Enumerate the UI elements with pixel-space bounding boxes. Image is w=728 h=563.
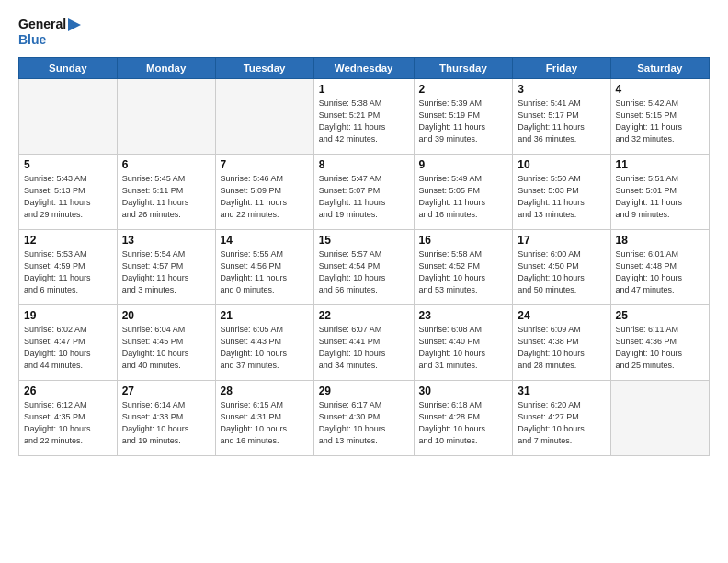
day-number: 2 — [419, 83, 508, 96]
day-number: 4 — [616, 83, 705, 96]
calendar-cell — [19, 78, 118, 154]
day-info: Sunrise: 6:07 AMSunset: 4:41 PMDaylight:… — [319, 324, 409, 372]
header: General Blue — [18, 17, 710, 48]
day-number: 18 — [616, 234, 705, 247]
day-info: Sunrise: 5:53 AMSunset: 4:59 PMDaylight:… — [24, 248, 112, 296]
calendar-cell: 15Sunrise: 5:57 AMSunset: 4:54 PMDayligh… — [313, 229, 414, 304]
day-info: Sunrise: 6:17 AMSunset: 4:30 PMDaylight:… — [319, 399, 409, 447]
day-info: Sunrise: 5:43 AMSunset: 5:13 PMDaylight:… — [24, 173, 112, 221]
day-info: Sunrise: 6:11 AMSunset: 4:36 PMDaylight:… — [616, 324, 705, 372]
day-number: 19 — [24, 309, 112, 322]
weekday-header-tuesday: Tuesday — [215, 57, 313, 78]
calendar-cell: 23Sunrise: 6:08 AMSunset: 4:40 PMDayligh… — [414, 304, 513, 380]
calendar-cell: 5Sunrise: 5:43 AMSunset: 5:13 PMDaylight… — [19, 154, 118, 229]
day-number: 26 — [24, 385, 112, 397]
calendar-cell: 8Sunrise: 5:47 AMSunset: 5:07 PMDaylight… — [313, 154, 414, 229]
weekday-header-saturday: Saturday — [610, 57, 710, 78]
calendar-cell: 30Sunrise: 6:18 AMSunset: 4:28 PMDayligh… — [414, 380, 513, 455]
day-info: Sunrise: 5:51 AMSunset: 5:01 PMDaylight:… — [616, 173, 705, 221]
weekday-header-sunday: Sunday — [19, 57, 118, 78]
week-row-3: 19Sunrise: 6:02 AMSunset: 4:47 PMDayligh… — [19, 304, 710, 380]
logo: General Blue — [18, 17, 81, 48]
day-info: Sunrise: 6:08 AMSunset: 4:40 PMDaylight:… — [419, 324, 508, 372]
day-number: 3 — [518, 83, 605, 96]
logo-arrow-icon — [68, 18, 81, 31]
day-number: 9 — [419, 158, 508, 171]
day-info: Sunrise: 5:47 AMSunset: 5:07 PMDaylight:… — [319, 173, 409, 221]
calendar-cell: 14Sunrise: 5:55 AMSunset: 4:56 PMDayligh… — [215, 229, 313, 304]
calendar-cell — [610, 380, 710, 455]
day-info: Sunrise: 5:42 AMSunset: 5:15 PMDaylight:… — [616, 98, 705, 145]
day-info: Sunrise: 6:12 AMSunset: 4:35 PMDaylight:… — [24, 399, 112, 447]
weekday-header-thursday: Thursday — [414, 57, 513, 78]
calendar-cell: 16Sunrise: 5:58 AMSunset: 4:52 PMDayligh… — [414, 229, 513, 304]
svg-marker-0 — [68, 18, 81, 31]
page: General Blue SundayMondayTuesdayWednesda… — [0, 0, 728, 563]
calendar-cell: 3Sunrise: 5:41 AMSunset: 5:17 PMDaylight… — [513, 78, 610, 154]
day-number: 31 — [518, 385, 605, 397]
day-info: Sunrise: 5:58 AMSunset: 4:52 PMDaylight:… — [419, 248, 508, 296]
day-number: 7 — [221, 158, 309, 171]
day-info: Sunrise: 5:57 AMSunset: 4:54 PMDaylight:… — [319, 248, 409, 296]
calendar-cell: 31Sunrise: 6:20 AMSunset: 4:27 PMDayligh… — [513, 380, 610, 455]
calendar-cell — [215, 78, 313, 154]
day-number: 8 — [319, 158, 409, 171]
day-info: Sunrise: 5:41 AMSunset: 5:17 PMDaylight:… — [518, 98, 605, 145]
calendar-cell: 1Sunrise: 5:38 AMSunset: 5:21 PMDaylight… — [313, 78, 414, 154]
day-number: 16 — [419, 234, 508, 247]
calendar-cell: 26Sunrise: 6:12 AMSunset: 4:35 PMDayligh… — [19, 380, 118, 455]
calendar-cell: 7Sunrise: 5:46 AMSunset: 5:09 PMDaylight… — [215, 154, 313, 229]
day-info: Sunrise: 5:45 AMSunset: 5:11 PMDaylight:… — [122, 173, 210, 221]
calendar-cell: 18Sunrise: 6:01 AMSunset: 4:48 PMDayligh… — [610, 229, 710, 304]
day-info: Sunrise: 6:02 AMSunset: 4:47 PMDaylight:… — [24, 324, 112, 372]
calendar-cell: 4Sunrise: 5:42 AMSunset: 5:15 PMDaylight… — [610, 78, 710, 154]
calendar-cell: 9Sunrise: 5:49 AMSunset: 5:05 PMDaylight… — [414, 154, 513, 229]
week-row-1: 5Sunrise: 5:43 AMSunset: 5:13 PMDaylight… — [19, 154, 710, 229]
day-number: 1 — [319, 83, 409, 96]
day-info: Sunrise: 6:01 AMSunset: 4:48 PMDaylight:… — [616, 248, 705, 296]
day-number: 14 — [221, 234, 309, 247]
calendar-cell: 19Sunrise: 6:02 AMSunset: 4:47 PMDayligh… — [19, 304, 118, 380]
day-number: 23 — [419, 309, 508, 322]
day-number: 25 — [616, 309, 705, 322]
calendar-cell: 6Sunrise: 5:45 AMSunset: 5:11 PMDaylight… — [117, 154, 215, 229]
day-number: 10 — [518, 158, 605, 171]
day-info: Sunrise: 6:20 AMSunset: 4:27 PMDaylight:… — [518, 399, 605, 447]
day-number: 5 — [24, 158, 112, 171]
day-number: 22 — [319, 309, 409, 322]
calendar-cell: 29Sunrise: 6:17 AMSunset: 4:30 PMDayligh… — [313, 380, 414, 455]
day-number: 15 — [319, 234, 409, 247]
day-info: Sunrise: 6:15 AMSunset: 4:31 PMDaylight:… — [221, 399, 309, 447]
weekday-header-row: SundayMondayTuesdayWednesdayThursdayFrid… — [19, 57, 710, 78]
calendar: SundayMondayTuesdayWednesdayThursdayFrid… — [18, 57, 710, 456]
week-row-0: 1Sunrise: 5:38 AMSunset: 5:21 PMDaylight… — [19, 78, 710, 154]
day-info: Sunrise: 5:39 AMSunset: 5:19 PMDaylight:… — [419, 98, 508, 145]
day-number: 24 — [518, 309, 605, 322]
day-number: 21 — [221, 309, 309, 322]
week-row-2: 12Sunrise: 5:53 AMSunset: 4:59 PMDayligh… — [19, 229, 710, 304]
calendar-cell: 25Sunrise: 6:11 AMSunset: 4:36 PMDayligh… — [610, 304, 710, 380]
day-number: 6 — [122, 158, 210, 171]
day-info: Sunrise: 6:14 AMSunset: 4:33 PMDaylight:… — [122, 399, 210, 447]
day-info: Sunrise: 5:50 AMSunset: 5:03 PMDaylight:… — [518, 173, 605, 221]
weekday-header-wednesday: Wednesday — [313, 57, 414, 78]
day-info: Sunrise: 6:00 AMSunset: 4:50 PMDaylight:… — [518, 248, 605, 296]
calendar-cell: 13Sunrise: 5:54 AMSunset: 4:57 PMDayligh… — [117, 229, 215, 304]
calendar-cell — [117, 78, 215, 154]
day-info: Sunrise: 6:04 AMSunset: 4:45 PMDaylight:… — [122, 324, 210, 372]
day-number: 28 — [221, 385, 309, 397]
weekday-header-monday: Monday — [117, 57, 215, 78]
day-info: Sunrise: 5:46 AMSunset: 5:09 PMDaylight:… — [221, 173, 309, 221]
day-info: Sunrise: 6:09 AMSunset: 4:38 PMDaylight:… — [518, 324, 605, 372]
calendar-cell: 11Sunrise: 5:51 AMSunset: 5:01 PMDayligh… — [610, 154, 710, 229]
day-info: Sunrise: 5:38 AMSunset: 5:21 PMDaylight:… — [319, 98, 409, 145]
calendar-cell: 12Sunrise: 5:53 AMSunset: 4:59 PMDayligh… — [19, 229, 118, 304]
logo-text: General Blue — [18, 17, 81, 48]
day-info: Sunrise: 6:05 AMSunset: 4:43 PMDaylight:… — [221, 324, 309, 372]
day-number: 29 — [319, 385, 409, 397]
day-number: 12 — [24, 234, 112, 247]
day-info: Sunrise: 6:18 AMSunset: 4:28 PMDaylight:… — [419, 399, 508, 447]
day-number: 30 — [419, 385, 508, 397]
calendar-cell: 2Sunrise: 5:39 AMSunset: 5:19 PMDaylight… — [414, 78, 513, 154]
day-number: 27 — [122, 385, 210, 397]
